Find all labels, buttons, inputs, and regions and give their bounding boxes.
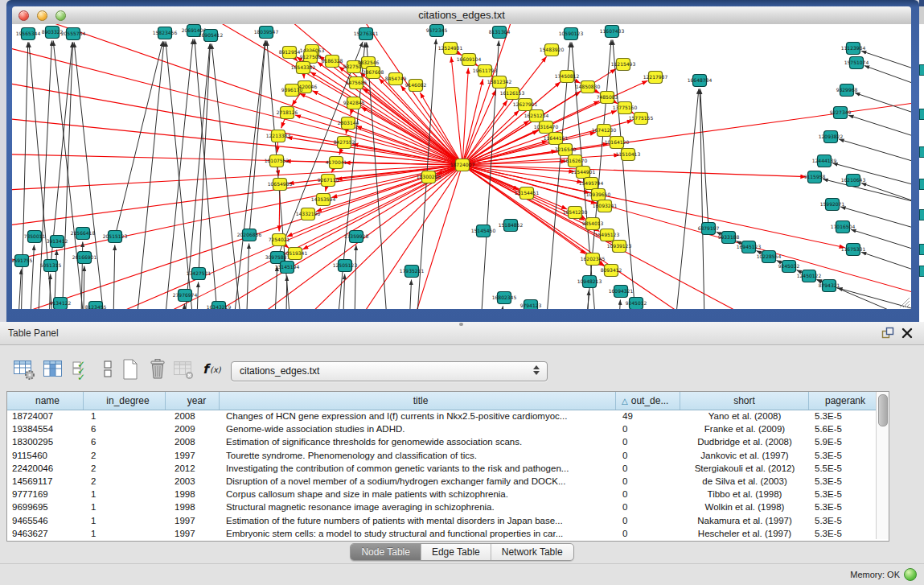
graph-edge[interactable] [83, 266, 84, 309]
tab-network-table[interactable]: Network Table [491, 544, 573, 560]
graph-node-label: 8912954 [279, 49, 301, 55]
table-row[interactable]: 2242004622012Investigating the contribut… [7, 462, 877, 475]
graph-edge[interactable] [617, 299, 620, 309]
merge-cells-icon[interactable] [97, 357, 119, 381]
graph-edge[interactable] [113, 245, 115, 309]
graph-node-label: 13427571 [187, 270, 211, 276]
table-cell: 1998 [166, 501, 220, 513]
graph-edge[interactable] [20, 42, 28, 309]
graph-edge[interactable] [12, 72, 462, 165]
graph-edge[interactable] [585, 290, 589, 309]
graph-edge[interactable] [249, 40, 265, 235]
column-visibility-icon[interactable] [42, 357, 64, 381]
graph-edge[interactable] [861, 252, 911, 286]
table-row[interactable]: 1830029562008Estimation of significance … [7, 435, 877, 448]
graph-node-label: 2867608 [363, 69, 384, 75]
panel-drag-handle[interactable] [459, 323, 463, 326]
graph-edge[interactable] [115, 41, 163, 237]
new-document-icon[interactable] [119, 357, 142, 381]
column-header-pagerank[interactable]: pagerank [809, 392, 877, 410]
column-header-title[interactable]: title [220, 392, 616, 410]
graph-node-label: 16648784 [688, 77, 713, 83]
network-canvas[interactable]: 1956534489033222055578415823456206914061… [12, 24, 911, 309]
graph-edge[interactable] [855, 93, 911, 129]
graph-edge[interactable] [53, 40, 88, 309]
graph-edge[interactable] [28, 245, 34, 309]
graph-edge[interactable] [700, 89, 705, 309]
graph-edge[interactable] [16, 269, 21, 309]
graph-edge[interactable] [462, 165, 832, 309]
column-header-short[interactable]: short [680, 392, 809, 410]
tab-node-table[interactable]: Node Table [351, 544, 421, 560]
graph-edge[interactable] [462, 165, 807, 177]
row-select-icon[interactable]: ✓ ✓ ✓ [71, 357, 93, 381]
graph-node-label: 3913412 [47, 238, 68, 244]
network-graph[interactable]: 1956534489033222055578415823456206914061… [12, 24, 911, 309]
delete-column-icon[interactable] [146, 357, 169, 381]
graph-edge[interactable] [839, 139, 911, 175]
graph-node-label: 16741230 [592, 127, 617, 133]
table-cell: 2008 [166, 435, 220, 448]
table-cell: Investigating the contribution of common… [220, 462, 616, 475]
graph-edge[interactable] [74, 42, 109, 309]
graph-edge[interactable] [495, 306, 503, 309]
float-window-icon[interactable] [881, 326, 895, 340]
table-cell: 0 [616, 422, 680, 435]
graph-node-label: 9267110 [318, 177, 339, 183]
graph-node-label: 14850830 [576, 84, 601, 89]
column-header-year[interactable]: year [166, 392, 220, 410]
vertical-scrollbar[interactable] [876, 392, 889, 539]
table-select-dropdown[interactable]: citations_edges.txt [231, 361, 548, 381]
graph-node-label: 12627901 [513, 101, 538, 107]
table-row[interactable]: 1938455462009Genome-wide association stu… [7, 422, 877, 435]
graph-node-label: 10164120 [605, 139, 630, 145]
function-builder-icon[interactable]: f (x) [201, 357, 227, 381]
scrollbar-thumb[interactable] [878, 394, 888, 426]
graph-edge[interactable] [837, 288, 911, 309]
graph-edge[interactable] [245, 243, 249, 309]
graph-node-label: 16202345 [581, 256, 606, 262]
table-cell: 5.9E-5 [809, 435, 877, 448]
column-header-name[interactable]: name [7, 392, 84, 410]
table-row[interactable]: 1456911722003Disruption of a novel membe… [7, 475, 877, 488]
graph-edge[interactable] [229, 40, 265, 309]
graph-node-label: 13145194 [275, 264, 300, 270]
graph-edge[interactable] [408, 279, 412, 309]
graph-edge[interactable] [864, 66, 911, 101]
graph-edge[interactable] [60, 42, 73, 309]
graph-edge[interactable] [51, 42, 72, 266]
graph-node-label: 12524931 [438, 45, 463, 51]
graph-node-label: 19611793 [473, 68, 498, 73]
graph-edge[interactable] [398, 165, 462, 309]
table-cell: 5.5E-5 [809, 462, 877, 475]
graph-edge[interactable] [861, 183, 911, 217]
close-icon[interactable] [900, 326, 914, 340]
graph-node-label: 16126153 [500, 90, 525, 96]
graph-edge[interactable] [277, 42, 363, 257]
graph-node-label: 7485083 [597, 94, 618, 100]
table-row[interactable]: 946362711997Embryonic stem cells: a mode… [7, 527, 877, 540]
table-row[interactable]: 946554611997Estimation of the future num… [7, 514, 877, 527]
table-cell: 14569117 [7, 475, 84, 488]
table-row[interactable]: 911546021997Tourette syndrome. Phenomeno… [7, 449, 877, 462]
table-row[interactable]: 1872400712008Changes of HCN gene express… [7, 410, 877, 422]
table-row[interactable]: 977716911998Corpus callosum shape and si… [7, 488, 877, 501]
graph-node-label: 9242845 [343, 100, 365, 105]
graph-edge[interactable] [354, 245, 356, 309]
graph-node-label: 9591755 [12, 257, 33, 263]
table-row[interactable]: 969969511998Structural magnetic resonanc… [7, 501, 877, 513]
graph-node-label: 10939650 [586, 192, 611, 197]
network-window-titlebar[interactable]: citations_edges.txt [12, 6, 911, 25]
column-header-out_de[interactable]: △out_de... [616, 392, 680, 410]
resize-grip-icon[interactable] [900, 298, 910, 307]
graph-edge[interactable] [848, 115, 911, 151]
graph-node-label: 9794123 [520, 303, 542, 308]
graph-edge[interactable] [671, 89, 699, 309]
column-header-in_degree[interactable]: in_degree [84, 392, 166, 410]
graph-node-label: 13775160 [613, 105, 638, 110]
graph-edge[interactable] [285, 275, 287, 309]
table-settings-icon[interactable] [13, 357, 35, 381]
graph-edge[interactable] [363, 88, 462, 165]
table-cell: Stergiakouli et al. (2012) [680, 462, 809, 475]
tab-edge-table[interactable]: Edge Table [421, 544, 491, 560]
